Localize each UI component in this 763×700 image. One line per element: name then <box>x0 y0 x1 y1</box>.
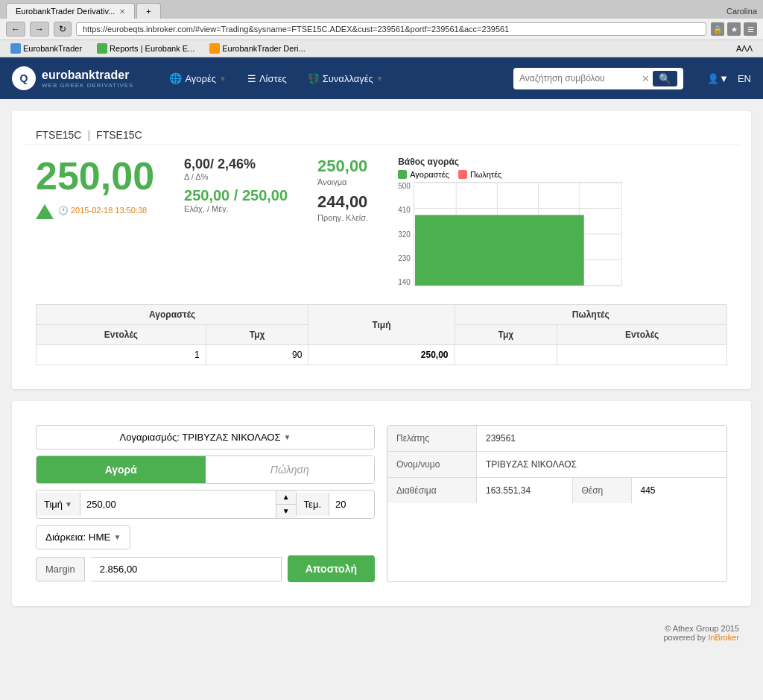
buy-sell-toggle: Αγορά Πώληση <box>36 455 375 484</box>
list-icon: ☰ <box>247 73 256 84</box>
position-label: Θέση <box>572 478 632 503</box>
main-price: 250,00 <box>36 157 154 195</box>
chart-wrap: Βάθος αγοράς Αγοραστές Πωλητές <box>398 157 651 286</box>
price-time: 🕐 2015-02-18 13:50:38 <box>58 206 147 215</box>
price-prev-value: 244,00 <box>317 192 368 212</box>
bookmark-eurobanktrader[interactable]: EurobankTrader <box>6 42 86 55</box>
client-value: 239561 <box>477 426 726 451</box>
bookmark-all[interactable]: ΑΛΛ <box>732 42 757 54</box>
info-row-name: Ονομ/νυμο ΤΡΙΒΥΖΑΣ ΝΙΚΟΛΑΟΣ <box>387 452 726 478</box>
price-prev-label: Προηγ. Κλείσ. <box>317 213 368 222</box>
bookmark-label-1: EurobankTrader <box>23 44 82 53</box>
chart-legend: Αγοραστές Πωλητές <box>398 170 651 179</box>
chart-title: Βάθος αγοράς <box>398 157 651 167</box>
y-label-410: 410 <box>398 206 411 214</box>
info-panel: Πελάτης 239561 Ονομ/νυμο ΤΡΙΒΥΖΑΣ ΝΙΚΟΛΑ… <box>387 425 727 582</box>
address-input[interactable] <box>76 22 706 36</box>
price-down-btn[interactable]: ▼ <box>276 505 296 518</box>
tab-close-btn[interactable]: ✕ <box>119 7 125 16</box>
bookmark-favicon-2 <box>97 43 107 54</box>
bookmark-label-2: Reports | Eurobank E... <box>110 44 194 53</box>
globe-icon: 🌐 <box>169 72 182 84</box>
nav-menu: 🌐 Αγορές ▼ ☰ Λίστες 💱 Συναλλαγές ▼ <box>160 66 392 90</box>
svg-rect-9 <box>415 215 584 286</box>
search-clear-icon[interactable]: ✕ <box>642 73 650 84</box>
bookmark-deri[interactable]: EurobankTrader Deri... <box>205 42 309 55</box>
breadcrumb-symbol1: FTSE15C <box>36 129 81 141</box>
page-content: FTSE15C | FTSE15C 250,00 🕐 2015-02-18 13… <box>0 99 763 660</box>
breadcrumb-sep: | <box>87 129 90 141</box>
y-label-230: 230 <box>398 254 411 262</box>
refresh-btn[interactable]: ↻ <box>54 22 72 37</box>
price-chevron-icon: ▼ <box>65 500 72 508</box>
price-section: 250,00 🕐 2015-02-18 13:50:38 6,00/ 2,46%… <box>24 145 739 298</box>
nav-item-agores[interactable]: 🌐 Αγορές ▼ <box>160 66 235 90</box>
security-icon: 🔒 <box>711 22 724 36</box>
info-row-available: Διαθέσιμα 163.551,34 Θέση 445 <box>387 478 726 503</box>
price-qty-row: Τιμή ▼ ▲ ▼ Τεμ. <box>36 490 375 519</box>
person-icon[interactable]: 👤▼ <box>707 73 729 84</box>
th-qty-buy: Τμχ <box>206 325 308 345</box>
bookmark-reports[interactable]: Reports | Eurobank E... <box>92 42 199 55</box>
price-open-value: 250,00 <box>317 157 368 176</box>
client-label: Πελάτης <box>387 426 477 451</box>
active-tab[interactable]: EurobankTrader Derivativ... ✕ <box>6 3 135 19</box>
sell-button[interactable]: Πώληση <box>206 456 375 483</box>
browser-chrome: EurobankTrader Derivativ... ✕ + Carolina… <box>0 0 763 57</box>
price-up-btn[interactable]: ▲ <box>276 491 296 505</box>
logo-text-wrap: eurobanktrader WEB GREEK DERIVATIVES <box>42 69 133 89</box>
nav-right: 👤▼ EN <box>707 73 751 84</box>
qty-field[interactable] <box>329 493 374 516</box>
th-sellers: Πωλητές <box>455 305 726 325</box>
logo-sub: WEB GREEK DERIVATIVES <box>42 82 133 89</box>
back-btn[interactable]: ← <box>6 22 25 37</box>
price-label[interactable]: Τιμή ▼ <box>37 493 80 516</box>
inbroker-label: InBroker <box>708 633 739 642</box>
account-selector[interactable]: Λογαριασμός: ΤΡΙΒΥΖΑΣ ΝΙΚΟΛΑΟΣ ▼ <box>36 425 375 450</box>
bookmark-favicon-1 <box>10 43 21 54</box>
addr-icons: 🔒 ★ ☰ <box>711 22 757 36</box>
price-field[interactable] <box>80 493 276 516</box>
order-table: Αγοραστές Τιμή Πωλητές Εντολές Τμχ Τμχ Ε… <box>36 304 727 365</box>
address-bar: ← → ↻ 🔒 ★ ☰ <box>0 19 763 40</box>
window-user: Carolina <box>721 4 763 19</box>
account-chevron-icon: ▼ <box>284 433 291 441</box>
order-entry: Λογαριασμός: ΤΡΙΒΥΖΑΣ ΝΙΚΟΛΑΟΣ ▼ Αγορά Π… <box>36 425 375 582</box>
bookmark-label-3: EurobankTrader Deri... <box>222 44 305 53</box>
duration-selector[interactable]: Διάρκεια: ΗΜΕ ▼ <box>36 525 130 549</box>
logo-circle: Q <box>12 66 36 90</box>
price-delta-value: 6,00/ 2,46% <box>184 157 288 172</box>
order-book: Αγοραστές Τιμή Πωλητές Εντολές Τμχ Τμχ Ε… <box>24 298 739 377</box>
account-label: Λογαριασμός: ΤΡΙΒΥΖΑΣ ΝΙΚΟΛΑΟΣ <box>120 432 281 443</box>
duration-label: Διάρκεια: ΗΜΕ <box>45 532 110 543</box>
legend-sellers-label: Πωλητές <box>470 170 502 179</box>
breadcrumb-symbol2: FTSE15C <box>96 129 142 141</box>
trading-panel: Λογαριασμός: ΤΡΙΒΥΖΑΣ ΝΙΚΟΛΑΟΣ ▼ Αγορά Π… <box>24 413 739 594</box>
nav-item-synallages[interactable]: 💱 Συναλλαγές ▼ <box>299 66 393 90</box>
forward-btn[interactable]: → <box>30 22 49 37</box>
nav-item-agores-label: Αγορές <box>185 73 216 84</box>
new-tab-btn[interactable]: + <box>136 3 160 19</box>
y-label-320: 320 <box>398 230 411 239</box>
price-spinner: ▲ ▼ <box>276 491 296 518</box>
info-row-client: Πελάτης 239561 <box>387 426 726 452</box>
nav-item-listes[interactable]: ☰ Λίστες <box>238 66 296 90</box>
qty-label-text: Τεμ. <box>304 499 321 510</box>
th-qty-sell: Τμχ <box>455 325 557 345</box>
footer-text: © Athex Group 2015 <box>24 624 739 633</box>
menu-icon[interactable]: ☰ <box>744 22 757 36</box>
search-button[interactable]: 🔍 <box>653 71 677 86</box>
lang-label[interactable]: EN <box>738 73 751 84</box>
search-input[interactable] <box>519 73 639 83</box>
star-icon[interactable]: ★ <box>727 22 741 36</box>
stock-card: FTSE15C | FTSE15C 250,00 🕐 2015-02-18 13… <box>12 111 751 389</box>
y-label-500: 500 <box>398 182 411 190</box>
buy-button[interactable]: Αγορά <box>37 456 206 483</box>
margin-row: Margin 2.856,00 Αποστολή <box>36 555 375 582</box>
position-value: 445 <box>632 478 727 503</box>
bookmarks-bar: EurobankTrader Reports | Eurobank E... E… <box>0 40 763 57</box>
legend-sellers-dot <box>458 170 467 179</box>
stock-header: FTSE15C | FTSE15C <box>24 123 739 145</box>
submit-button[interactable]: Αποστολή <box>288 555 375 582</box>
logo: Q eurobanktrader WEB GREEK DERIVATIVES <box>12 66 133 90</box>
